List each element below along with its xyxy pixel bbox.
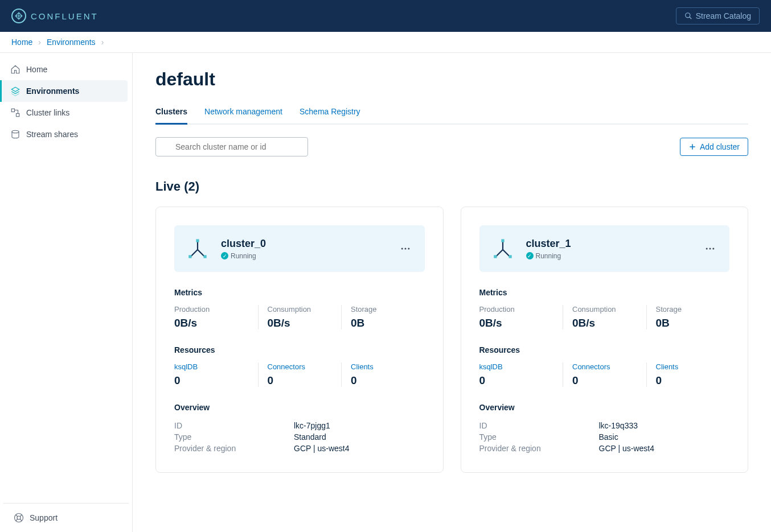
metric-label-production: Production [479, 305, 554, 314]
metric-value-storage: 0B [656, 317, 721, 329]
svg-point-32 [712, 248, 714, 250]
stream-shares-icon [10, 129, 20, 139]
svg-line-10 [20, 515, 22, 517]
cluster-card[interactable]: cluster_0 ✓ Running Metrics [155, 207, 444, 473]
sidebar-item-cluster-links[interactable]: Cluster links [0, 102, 128, 123]
support-link[interactable]: Support [14, 513, 118, 523]
metric-label-production: Production [174, 305, 249, 314]
svg-rect-29 [508, 255, 511, 258]
resource-link-connectors[interactable]: Connectors [572, 362, 637, 371]
status-text: Running [536, 252, 561, 260]
overview-val-type: Basic [599, 432, 730, 442]
resource-link-ksqldb[interactable]: ksqlDB [174, 362, 249, 371]
search-input[interactable] [155, 137, 308, 156]
resource-link-clients[interactable]: Clients [351, 362, 416, 371]
svg-rect-19 [188, 255, 191, 258]
svg-line-7 [16, 515, 18, 517]
sidebar-item-home[interactable]: Home [0, 59, 128, 80]
support-label: Support [30, 513, 58, 522]
overview-val-type: Standard [294, 432, 425, 442]
search-icon [684, 12, 692, 20]
svg-point-4 [12, 130, 19, 133]
svg-point-31 [710, 248, 711, 250]
resource-value-clients: 0 [351, 374, 416, 387]
sidebar-item-stream-shares[interactable]: Stream shares [0, 123, 128, 145]
overview-key-id: ID [479, 421, 593, 430]
logo-mark-icon [11, 9, 26, 23]
overview-key-provider: Provider & region [174, 444, 288, 453]
metric-label-storage: Storage [351, 305, 416, 314]
more-menu-button[interactable] [397, 241, 413, 257]
resource-link-connectors[interactable]: Connectors [268, 362, 333, 371]
overview-val-id: lkc-7pjgg1 [294, 421, 425, 430]
overview-key-provider: Provider & region [479, 444, 593, 453]
metric-label-consumption: Consumption [572, 305, 637, 314]
svg-point-22 [404, 248, 406, 250]
support-icon [14, 513, 24, 523]
brand-name: CONFLUENT [31, 11, 99, 21]
sidebar-item-environments[interactable]: Environments [0, 80, 128, 102]
overview-heading: Overview [174, 403, 425, 412]
tab-clusters[interactable]: Clusters [155, 107, 187, 125]
resource-value-connectors: 0 [572, 374, 637, 387]
chevron-right-icon: › [101, 38, 104, 47]
tab-network-management[interactable]: Network management [204, 107, 282, 125]
metric-value-storage: 0B [351, 317, 416, 329]
sidebar-item-label: Home [26, 65, 47, 74]
overview-key-type: Type [479, 432, 593, 442]
add-cluster-label: Add cluster [700, 142, 740, 151]
brand-logo[interactable]: CONFLUENT [11, 9, 99, 23]
svg-line-26 [503, 250, 510, 257]
layers-icon [10, 86, 20, 96]
metric-value-consumption: 0B/s [268, 317, 333, 329]
cluster-icon [186, 237, 210, 261]
resource-link-clients[interactable]: Clients [656, 362, 721, 371]
svg-point-21 [401, 248, 403, 250]
overview-val-provider: GCP | us-west4 [294, 444, 425, 453]
sidebar-item-label: Stream shares [26, 130, 78, 139]
svg-point-0 [685, 13, 690, 18]
cluster-name: cluster_0 [221, 238, 266, 250]
cluster-header: cluster_1 ✓ Running [479, 225, 730, 272]
metric-label-consumption: Consumption [268, 305, 333, 314]
stream-catalog-button[interactable]: Stream Catalog [676, 7, 760, 24]
svg-rect-18 [196, 239, 199, 242]
cluster-name: cluster_1 [526, 238, 571, 250]
cluster-status: ✓ Running [221, 252, 266, 260]
sidebar-item-label: Cluster links [26, 108, 69, 117]
svg-line-1 [689, 17, 691, 19]
cluster-card[interactable]: cluster_1 ✓ Running Metrics [461, 207, 749, 473]
home-icon [10, 64, 20, 75]
breadcrumb-environments[interactable]: Environments [47, 38, 96, 47]
resource-value-ksqldb: 0 [479, 374, 554, 387]
overview-val-id: lkc-19q333 [599, 421, 730, 430]
cluster-links-icon [10, 108, 20, 118]
overview-key-type: Type [174, 432, 288, 442]
svg-point-30 [706, 248, 708, 250]
resource-value-ksqldb: 0 [174, 374, 249, 387]
overview-heading: Overview [479, 403, 730, 412]
breadcrumb: Home › Environments › [0, 32, 771, 53]
breadcrumb-home[interactable]: Home [11, 38, 32, 47]
status-running-icon: ✓ [221, 252, 228, 259]
resource-link-ksqldb[interactable]: ksqlDB [479, 362, 554, 371]
metrics-heading: Metrics [174, 288, 425, 297]
metric-value-consumption: 0B/s [572, 317, 637, 329]
svg-line-9 [16, 519, 18, 521]
tab-schema-registry[interactable]: Schema Registry [300, 107, 360, 125]
cluster-icon [491, 237, 515, 261]
resource-value-connectors: 0 [268, 374, 333, 387]
metric-label-storage: Storage [656, 305, 721, 314]
chevron-right-icon: › [38, 38, 41, 47]
svg-rect-20 [204, 255, 207, 258]
resources-heading: Resources [479, 345, 730, 354]
add-cluster-button[interactable]: Add cluster [680, 138, 748, 156]
plus-icon [688, 143, 696, 151]
resources-heading: Resources [174, 345, 425, 354]
more-menu-button[interactable] [702, 241, 718, 257]
svg-line-25 [495, 250, 502, 257]
overview-val-provider: GCP | us-west4 [599, 444, 730, 453]
metric-value-production: 0B/s [174, 317, 249, 329]
metric-value-production: 0B/s [479, 317, 554, 329]
metrics-heading: Metrics [479, 288, 730, 297]
